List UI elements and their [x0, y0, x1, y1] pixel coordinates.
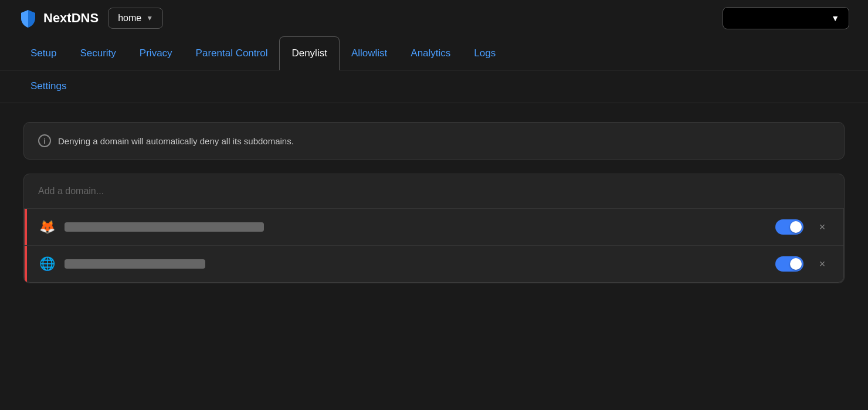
domain-list: 🦊 × 🌐 ×	[24, 208, 844, 283]
toggle-knob	[790, 221, 802, 233]
info-banner-text: Denying a domain will automatically deny…	[58, 136, 294, 146]
domain-input[interactable]	[24, 174, 844, 208]
tab-allowlist[interactable]: Allowlist	[340, 37, 399, 70]
domain-name-redacted	[65, 259, 205, 269]
navigation-row2: Settings	[0, 70, 868, 103]
info-icon: i	[38, 134, 51, 147]
list-item: 🌐 ×	[25, 245, 843, 282]
tab-logs[interactable]: Logs	[462, 37, 507, 70]
tab-privacy[interactable]: Privacy	[128, 37, 184, 70]
account-selector[interactable]: ▼	[723, 7, 849, 29]
logo-icon	[19, 9, 38, 28]
tab-security[interactable]: Security	[68, 37, 127, 70]
account-text	[733, 13, 826, 23]
header-left: NextDNS home ▼	[19, 8, 163, 29]
profile-label: home	[118, 13, 141, 23]
tab-settings[interactable]: Settings	[19, 70, 78, 103]
main-content: i Denying a domain will automatically de…	[0, 103, 868, 302]
remove-button[interactable]: ×	[815, 220, 829, 234]
logo: NextDNS	[19, 9, 99, 28]
tab-setup[interactable]: Setup	[19, 37, 68, 70]
domain-input-container: 🦊 × 🌐 ×	[23, 174, 845, 283]
tab-analytics[interactable]: Analytics	[399, 37, 462, 70]
profile-chevron-icon: ▼	[146, 14, 153, 22]
domain-name-redacted	[65, 222, 264, 232]
navigation: Setup Security Privacy Parental Control …	[0, 36, 868, 70]
header: NextDNS home ▼ ▼	[0, 0, 868, 36]
toggle-knob	[790, 258, 802, 270]
globe-icon: 🌐	[39, 256, 55, 272]
tab-denylist[interactable]: Denylist	[279, 36, 339, 70]
list-item: 🦊 ×	[25, 208, 843, 245]
firefox-icon: 🦊	[39, 219, 55, 235]
account-chevron-icon: ▼	[831, 13, 839, 23]
header-right: ▼	[723, 7, 849, 29]
remove-button[interactable]: ×	[815, 257, 829, 271]
domain-actions: ×	[775, 219, 829, 235]
tab-parental-control[interactable]: Parental Control	[184, 37, 280, 70]
domain-toggle[interactable]	[775, 256, 803, 272]
brand-name: NextDNS	[43, 11, 99, 26]
domain-actions: ×	[775, 256, 829, 272]
profile-selector[interactable]: home ▼	[108, 8, 163, 29]
domain-toggle[interactable]	[775, 219, 803, 235]
info-banner: i Denying a domain will automatically de…	[23, 122, 845, 160]
